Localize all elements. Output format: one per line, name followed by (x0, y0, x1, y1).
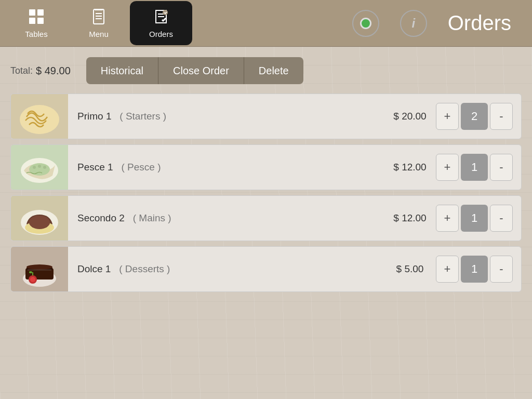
qty-controls: + 1 - (436, 205, 513, 232)
item-image (11, 94, 68, 139)
svg-point-18 (33, 166, 36, 169)
info-icon: i (411, 16, 415, 31)
table-row: Dolce 1 ( Desserts ) $ 5.00 + 1 - (10, 246, 522, 292)
settings-button[interactable] (352, 10, 379, 37)
svg-rect-30 (28, 269, 51, 271)
total-label: Total: (10, 65, 33, 76)
item-price: $ 20.00 (384, 111, 436, 122)
menu-icon (90, 8, 107, 28)
qty-plus-button[interactable]: + (436, 154, 459, 181)
qty-display: 1 (461, 154, 488, 181)
qty-plus-button[interactable]: + (436, 103, 459, 130)
qty-controls: + 1 - (436, 256, 513, 283)
item-price: $ 12.00 (384, 212, 436, 224)
tables-icon (28, 8, 45, 28)
item-price: $ 5.00 (384, 263, 436, 275)
qty-display: 1 (461, 205, 488, 232)
item-name: Dolce 1 ( Desserts ) (68, 263, 384, 275)
qty-minus-button[interactable]: - (490, 256, 513, 283)
table-row: Pesce 1 ( Pesce ) $ 12.00 + 1 - (10, 144, 522, 190)
svg-point-32 (30, 277, 35, 282)
info-button[interactable]: i (400, 10, 427, 37)
svg-point-19 (38, 165, 41, 168)
qty-controls: + 1 - (436, 154, 513, 181)
action-bar: Total: $ 49.00 Historical Close Order De… (10, 57, 522, 84)
total-amount: $ 49.00 (36, 65, 71, 77)
svg-rect-2 (29, 18, 35, 24)
svg-point-11 (163, 10, 168, 15)
item-image (11, 195, 68, 241)
qty-plus-button[interactable]: + (436, 205, 459, 232)
tables-nav[interactable]: Tables (5, 1, 68, 45)
table-row: Secondo 2 ( Mains ) $ 12.00 + 1 - (10, 195, 522, 241)
status-indicator (360, 18, 371, 29)
nav-right: i Orders (352, 10, 516, 37)
item-name: Primo 1 ( Starters ) (68, 111, 384, 122)
qty-controls: + 2 - (436, 103, 513, 130)
item-image (11, 246, 68, 292)
svg-point-14 (20, 105, 59, 134)
svg-rect-1 (37, 9, 44, 16)
svg-rect-0 (29, 9, 35, 16)
orders-nav[interactable]: Orders (130, 1, 192, 45)
historical-button[interactable]: Historical (86, 57, 158, 84)
svg-point-20 (43, 166, 46, 169)
svg-point-24 (29, 216, 50, 229)
delete-button[interactable]: Delete (244, 57, 303, 84)
svg-rect-3 (37, 18, 44, 24)
page-title: Orders (448, 11, 511, 35)
order-list: Primo 1 ( Starters ) $ 20.00 + 2 - Pesce… (10, 94, 522, 292)
qty-minus-button[interactable]: - (490, 103, 513, 130)
qty-display: 2 (461, 103, 488, 130)
table-row: Primo 1 ( Starters ) $ 20.00 + 2 - (10, 94, 522, 139)
item-price: $ 12.00 (384, 162, 436, 173)
qty-display: 1 (461, 256, 488, 283)
navbar: Tables Menu Orders (0, 0, 532, 47)
tables-label: Tables (25, 30, 47, 38)
svg-point-34 (29, 271, 32, 273)
orders-icon (153, 8, 169, 28)
qty-minus-button[interactable]: - (490, 154, 513, 181)
item-name: Secondo 2 ( Mains ) (68, 212, 384, 224)
item-image (11, 144, 68, 190)
svg-point-29 (26, 264, 52, 270)
menu-label: Menu (89, 30, 109, 38)
orders-label: Orders (149, 30, 173, 38)
qty-plus-button[interactable]: + (436, 256, 459, 283)
close-order-button[interactable]: Close Order (158, 57, 244, 84)
qty-minus-button[interactable]: - (490, 205, 513, 232)
menu-nav[interactable]: Menu (68, 1, 130, 45)
main-content: Total: $ 49.00 Historical Close Order De… (0, 47, 532, 399)
item-name: Pesce 1 ( Pesce ) (68, 162, 384, 173)
